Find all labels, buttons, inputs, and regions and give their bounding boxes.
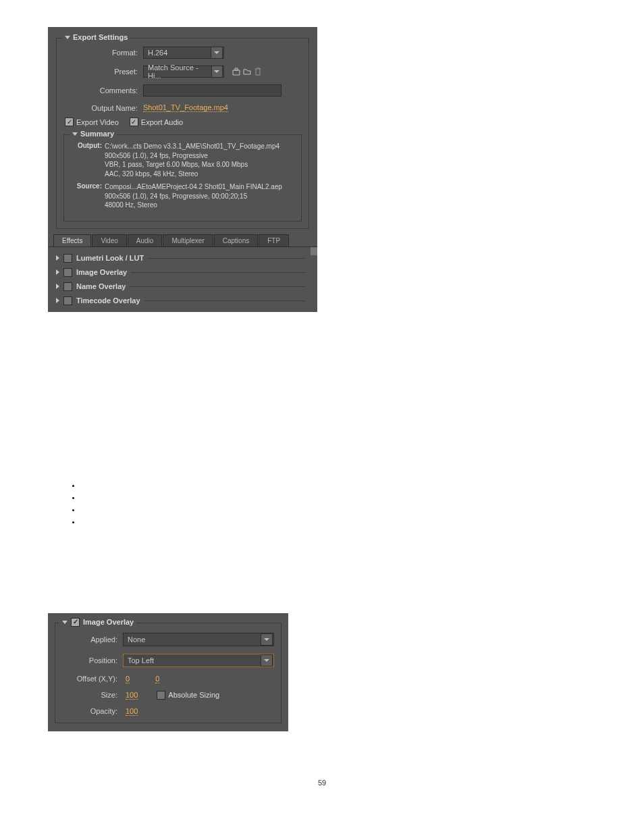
effect-lumetri-label: Lumetri Look / LUT xyxy=(76,254,144,262)
image-overlay-panel: ✓ Image Overlay Applied: None Position: … xyxy=(48,613,288,731)
effect-timecode-overlay[interactable]: ✓ Timecode Overlay xyxy=(48,294,317,308)
opacity-label: Opacity: xyxy=(62,707,123,715)
checkbox-unchecked-icon[interactable]: ✓ xyxy=(63,296,72,305)
comments-input[interactable] xyxy=(143,84,281,97)
effect-lumetri[interactable]: ✓ Lumetri Look / LUT xyxy=(48,251,317,265)
chevron-right-icon xyxy=(56,269,59,275)
size-label: Size: xyxy=(62,691,123,699)
preset-dropdown[interactable]: Match Source - Hi... xyxy=(143,66,224,78)
chevron-down-icon xyxy=(72,132,78,136)
divider xyxy=(148,258,305,259)
export-audio-checkbox[interactable]: ✓ Export Audio xyxy=(130,118,183,126)
chevron-right-icon xyxy=(56,284,59,289)
chevron-right-icon xyxy=(56,298,59,303)
applied-dropdown[interactable]: None xyxy=(123,633,274,646)
summary-source-key: Source: xyxy=(71,182,105,210)
summary-label: Summary xyxy=(80,130,114,138)
checkbox-unchecked-icon[interactable]: ✓ xyxy=(63,254,72,263)
summary-source-value: Composi...AEtoAMEProject-04.2 Shot01_Mai… xyxy=(105,182,294,210)
tab-effects[interactable]: Effects xyxy=(53,234,91,246)
format-label: Format: xyxy=(63,49,143,57)
list-item xyxy=(81,493,644,501)
image-overlay-label: Image Overlay xyxy=(83,618,134,626)
applied-label: Applied: xyxy=(62,635,123,644)
export-settings-panel: Export Settings Format: H.264 Preset: Ma… xyxy=(48,27,317,312)
output-name-link[interactable]: Shot01_TV_Footage.mp4 xyxy=(143,103,228,112)
offset-y-input[interactable]: 0 xyxy=(155,675,159,683)
absolute-sizing-label: Absolute Sizing xyxy=(168,691,219,699)
checkbox-checked-icon[interactable]: ✓ xyxy=(71,618,80,627)
effect-name-label: Name Overlay xyxy=(76,282,126,290)
position-label: Position: xyxy=(62,656,123,664)
tab-multiplexer[interactable]: Multiplexer xyxy=(163,234,213,246)
tab-audio[interactable]: Audio xyxy=(128,234,163,246)
list-item xyxy=(81,481,644,489)
summary-output-value: C:\work...cts Demo v3.3.1_AME\Shot01_TV_… xyxy=(105,142,294,178)
bullet-list xyxy=(54,481,644,525)
preset-label: Preset: xyxy=(63,68,143,76)
effects-tab-content: ✓ Lumetri Look / LUT ✓ Image Overlay ✓ N… xyxy=(48,246,317,312)
offset-label: Offset (X,Y): xyxy=(62,675,123,683)
checkbox-unchecked-icon: ✓ xyxy=(157,691,165,700)
dropdown-arrow-icon xyxy=(261,633,273,646)
export-video-checkbox[interactable]: ✓ Export Video xyxy=(65,118,119,126)
page-number: 59 xyxy=(0,779,644,787)
export-settings-title[interactable]: Export Settings xyxy=(62,33,130,41)
list-item xyxy=(81,505,644,513)
list-item xyxy=(81,517,644,525)
import-preset-icon[interactable] xyxy=(242,67,252,76)
chevron-right-icon xyxy=(56,255,59,261)
divider xyxy=(131,272,305,273)
format-value: H.264 xyxy=(148,49,167,57)
applied-value: None xyxy=(128,635,145,644)
dropdown-arrow-icon xyxy=(261,654,273,667)
effect-image-label: Image Overlay xyxy=(76,268,127,276)
checkbox-checked-icon: ✓ xyxy=(130,118,138,126)
summary-section: Summary Output: C:\work...cts Demo v3.3.… xyxy=(63,134,302,221)
tab-captions[interactable]: Captions xyxy=(214,234,258,246)
export-settings-label: Export Settings xyxy=(73,33,128,41)
opacity-input[interactable]: 100 xyxy=(126,707,138,716)
format-dropdown[interactable]: H.264 xyxy=(143,47,224,59)
image-overlay-section: ✓ Image Overlay Applied: None Position: … xyxy=(55,623,281,723)
image-overlay-title[interactable]: ✓ Image Overlay xyxy=(59,618,136,627)
chevron-down-icon xyxy=(65,36,70,39)
checkbox-unchecked-icon[interactable]: ✓ xyxy=(63,268,72,277)
export-video-label: Export Video xyxy=(76,118,119,126)
checkbox-checked-icon: ✓ xyxy=(65,118,74,126)
divider xyxy=(144,301,305,301)
position-dropdown[interactable]: Top Left xyxy=(123,654,274,667)
summary-title[interactable]: Summary xyxy=(70,130,117,138)
absolute-sizing-checkbox[interactable]: ✓ Absolute Sizing xyxy=(157,691,219,700)
size-input[interactable]: 100 xyxy=(126,691,138,700)
tab-video[interactable]: Video xyxy=(92,234,126,246)
delete-preset-icon[interactable] xyxy=(252,67,263,76)
offset-x-input[interactable]: 0 xyxy=(126,675,130,683)
dropdown-arrow-icon xyxy=(211,47,223,59)
preset-value: Match Source - Hi... xyxy=(148,63,211,80)
dropdown-arrow-icon xyxy=(211,66,223,78)
tab-ftp[interactable]: FTP xyxy=(259,234,289,246)
export-audio-label: Export Audio xyxy=(141,118,183,126)
export-settings-section: Export Settings Format: H.264 Preset: Ma… xyxy=(56,38,309,229)
position-value: Top Left xyxy=(128,656,154,664)
output-name-label: Output Name: xyxy=(63,104,143,112)
effect-timecode-label: Timecode Overlay xyxy=(76,296,140,305)
effect-image-overlay[interactable]: ✓ Image Overlay xyxy=(48,265,317,280)
tabs-row: Effects Video Audio Multiplexer Captions… xyxy=(53,234,312,246)
summary-output-key: Output: xyxy=(71,142,105,178)
chevron-down-icon xyxy=(62,621,68,624)
divider xyxy=(130,286,305,287)
effect-name-overlay[interactable]: ✓ Name Overlay xyxy=(48,280,317,294)
save-preset-icon[interactable] xyxy=(231,67,242,76)
checkbox-unchecked-icon[interactable]: ✓ xyxy=(63,282,72,291)
comments-label: Comments: xyxy=(63,86,143,95)
